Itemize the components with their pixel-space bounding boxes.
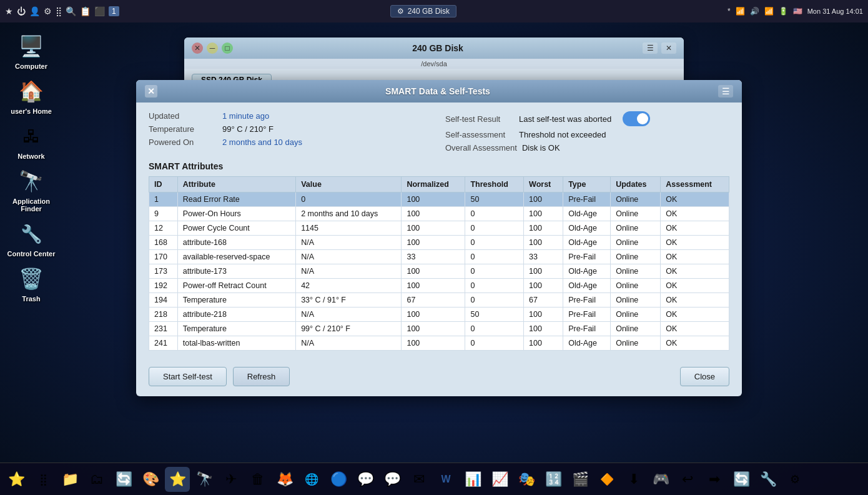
desktop-icon-network[interactable]: 🖧 Network bbox=[6, 121, 56, 160]
dock-icon-firefox[interactable]: 🦊 bbox=[272, 467, 297, 492]
table-row[interactable]: 9Power-On Hours2 months and 10 days10001… bbox=[149, 207, 729, 221]
smart-menu-title-btn[interactable]: ☰ bbox=[718, 85, 733, 98]
desktop-icon-home[interactable]: 🏠 user's Home bbox=[6, 76, 56, 115]
taskbar-top: ★ ⏻ 👤 ⚙ ⣿ 🔍 📋 ⬛ 1 ⚙ 240 GB Disk * 📶 🔊 📶 … bbox=[0, 0, 868, 22]
disk-window-min-btn[interactable]: ─ bbox=[207, 42, 218, 54]
cell-type: Old-Age bbox=[563, 279, 611, 293]
dock-icon-calc[interactable]: 🔢 bbox=[541, 467, 566, 492]
cell-value: 2 months and 10 days bbox=[296, 207, 402, 221]
updated-value: 1 minute ago bbox=[222, 111, 269, 121]
star-icon[interactable]: ★ bbox=[5, 6, 13, 16]
cell-normalized: 100 bbox=[402, 264, 465, 279]
dock-icon-blue[interactable]: 🔵 bbox=[326, 467, 351, 492]
dock-icon-binoculars[interactable]: 🔭 bbox=[192, 467, 217, 492]
table-row[interactable]: 168attribute-168N/A1000100Old-AgeOnlineO… bbox=[149, 236, 729, 250]
smart-section-title: SMART Attributes bbox=[149, 161, 729, 171]
dock-icon-dots[interactable]: ⣿ bbox=[31, 467, 56, 492]
start-selftest-button[interactable]: Start Self-test bbox=[149, 367, 227, 386]
selftest-toggle[interactable] bbox=[623, 111, 650, 126]
disk-window-extra-btn[interactable]: ✕ bbox=[661, 42, 676, 54]
overall-label: Overall Assessment bbox=[445, 143, 517, 152]
battery-icon[interactable]: 🔋 bbox=[779, 7, 788, 16]
desktop-icon-trash[interactable]: 🗑️ Trash bbox=[6, 264, 56, 302]
dock-icon-sheets[interactable]: 📊 bbox=[460, 467, 485, 492]
smart-close-title-btn[interactable]: ✕ bbox=[145, 85, 157, 98]
disk-window-max-btn[interactable]: □ bbox=[222, 42, 233, 54]
cell-type: Old-Age bbox=[563, 236, 611, 250]
table-row[interactable]: 218attribute-218N/A10050100Pre-FailOnlin… bbox=[149, 308, 729, 322]
disk-window-menu-btn[interactable]: ☰ bbox=[643, 42, 658, 54]
smart-info-temperature-row: Temperature 99° C / 210° F bbox=[149, 124, 433, 134]
taskbar-app-icon: ⚙ bbox=[397, 7, 404, 16]
dock-icon-filemanager[interactable]: 🗂 bbox=[84, 467, 109, 492]
cell-assessment: OK bbox=[661, 221, 729, 236]
smart-info-selfassessment-row: Self-assessment Threshold not exceeded bbox=[445, 130, 729, 139]
desktop-icon-computer[interactable]: 🖥️ Computer bbox=[6, 31, 56, 70]
cell-worst: 100 bbox=[524, 308, 563, 322]
cell-updates: Online bbox=[611, 221, 661, 236]
dock-icon-chrome[interactable]: 🌐 bbox=[299, 467, 324, 492]
controlcenter-icon-label: Control Center bbox=[7, 250, 56, 258]
table-row[interactable]: 241total-lbas-writtenN/A1000100Old-AgeOn… bbox=[149, 336, 729, 351]
dock-icon-mail[interactable]: ✉ bbox=[407, 467, 432, 492]
dock-icon-sync[interactable]: 🔄 bbox=[729, 467, 754, 492]
table-row[interactable]: 231Temperature99° C / 210° F1000100Pre-F… bbox=[149, 322, 729, 336]
network-icon[interactable]: 📶 bbox=[736, 7, 745, 16]
dock-icon-files[interactable]: 📁 bbox=[57, 467, 82, 492]
disk-window-close-btn[interactable]: ✕ bbox=[192, 42, 203, 54]
cell-worst: 100 bbox=[524, 192, 563, 207]
dock-icon-star2[interactable]: ⭐ bbox=[165, 467, 190, 492]
dock-icon-wrench[interactable]: ⚙ bbox=[782, 467, 807, 492]
dock-icon-viber[interactable]: 💬 bbox=[353, 467, 378, 492]
signal-icon[interactable]: 📶 bbox=[764, 7, 774, 16]
dock-icon-star[interactable]: ⭐ bbox=[4, 467, 29, 492]
table-row[interactable]: 170available-reserved-spaceN/A33033Pre-F… bbox=[149, 250, 729, 264]
dock-icon-forward[interactable]: ➡ bbox=[702, 467, 727, 492]
settings-icon[interactable]: ⚙ bbox=[44, 6, 52, 16]
bluetooth-icon[interactable]: * bbox=[727, 7, 731, 16]
window-icon[interactable]: ⬛ bbox=[94, 6, 105, 16]
dock-icon-send[interactable]: ✈ bbox=[219, 467, 244, 492]
power-icon[interactable]: ⏻ bbox=[17, 6, 26, 16]
dock-icon-back[interactable]: ↩ bbox=[675, 467, 700, 492]
dock-icon-word[interactable]: W bbox=[433, 467, 458, 492]
cell-id: 218 bbox=[149, 308, 178, 322]
dock-icon-refresh[interactable]: 🔄 bbox=[111, 467, 136, 492]
cell-updates: Online bbox=[611, 308, 661, 322]
search-icon[interactable]: 🔍 bbox=[66, 6, 76, 16]
desktop-icon-appfinder[interactable]: 🔭 ApplicationFinder bbox=[6, 166, 56, 212]
flag-icon[interactable]: 🇺🇸 bbox=[793, 7, 802, 16]
dock-icon-media[interactable]: 🎬 bbox=[568, 467, 593, 492]
desktop-icon-controlcenter[interactable]: 🔧 Control Center bbox=[6, 219, 56, 258]
taskbar-app-button[interactable]: ⚙ 240 GB Disk bbox=[390, 5, 456, 18]
table-row[interactable]: 12Power Cycle Count11451000100Old-AgeOnl… bbox=[149, 221, 729, 236]
table-row[interactable]: 173attribute-173N/A1000100Old-AgeOnlineO… bbox=[149, 264, 729, 279]
dock-icon-vlc[interactable]: 🔶 bbox=[594, 467, 619, 492]
dock-icon-torrent[interactable]: ⬇ bbox=[621, 467, 646, 492]
grid-icon[interactable]: ⣿ bbox=[56, 6, 62, 16]
workspace-number[interactable]: 1 bbox=[109, 6, 119, 16]
dock-icon-paint[interactable]: 🎨 bbox=[138, 467, 163, 492]
dock-icon-tool[interactable]: 🔧 bbox=[756, 467, 781, 492]
refresh-button[interactable]: Refresh bbox=[233, 367, 290, 386]
close-button[interactable]: Close bbox=[680, 367, 729, 386]
table-row[interactable]: 192Power-off Retract Count421000100Old-A… bbox=[149, 279, 729, 293]
cell-updates: Online bbox=[611, 192, 661, 207]
taskbar-top-right: * 📶 🔊 📶 🔋 🇺🇸 Mon 31 Aug 14:01 bbox=[727, 7, 863, 16]
cell-worst: 67 bbox=[524, 293, 563, 308]
cell-threshold: 0 bbox=[465, 221, 524, 236]
clipboard-icon[interactable]: 📋 bbox=[80, 6, 91, 16]
table-row[interactable]: 1Read Error Rate010050100Pre-FailOnlineO… bbox=[149, 192, 729, 207]
dock-icon-skype[interactable]: 💬 bbox=[380, 467, 405, 492]
dock-icon-trash2[interactable]: 🗑 bbox=[245, 467, 270, 492]
cell-threshold: 50 bbox=[465, 192, 524, 207]
volume-icon[interactable]: 🔊 bbox=[750, 7, 759, 16]
table-row[interactable]: 194Temperature33° C / 91° F67067Pre-Fail… bbox=[149, 293, 729, 308]
user-icon[interactable]: 👤 bbox=[29, 6, 40, 16]
temperature-value: 99° C / 210° F bbox=[222, 124, 274, 134]
dock-icon-presentation[interactable]: 📈 bbox=[487, 467, 512, 492]
cell-type: Old-Age bbox=[563, 264, 611, 279]
col-normalized: Normalized bbox=[402, 177, 465, 192]
dock-icon-draw[interactable]: 🎭 bbox=[514, 467, 539, 492]
dock-icon-steam[interactable]: 🎮 bbox=[648, 467, 673, 492]
